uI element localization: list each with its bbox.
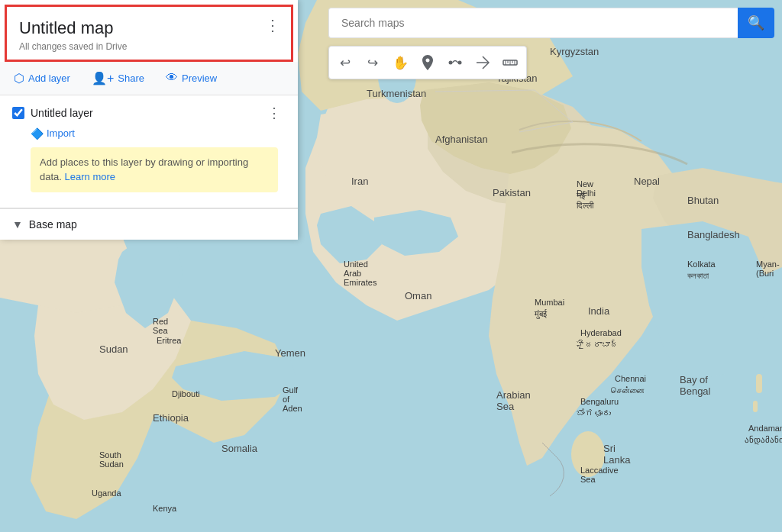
learn-more-link[interactable]: Learn more: [65, 171, 115, 182]
add-marker-button[interactable]: [415, 50, 441, 76]
svg-point-11: [571, 431, 605, 477]
import-label: Import: [47, 127, 75, 139]
map-subtitle: All changes saved in Drive: [19, 41, 279, 52]
preview-button[interactable]: 👁 Preview: [161, 68, 221, 88]
search-icon: 🔍: [748, 15, 764, 31]
toolbar-row: ⬡ Add layer 👤+ Share 👁 Preview: [0, 62, 298, 95]
chevron-down-icon: ▼: [12, 218, 23, 231]
pan-button[interactable]: ✋: [387, 50, 413, 76]
layer-title-row: Untitled layer: [12, 107, 93, 119]
undo-button[interactable]: ↩: [332, 50, 358, 76]
redo-button[interactable]: ↪: [360, 50, 386, 76]
layer-name: Untitled layer: [31, 107, 93, 119]
layer-menu-button[interactable]: ⋮: [263, 103, 286, 123]
preview-label: Preview: [182, 73, 217, 84]
svg-point-25: [458, 61, 462, 65]
preview-icon: 👁: [166, 71, 178, 85]
layer-item: Untitled layer ⋮ 🔷 Import Add places to …: [0, 95, 298, 208]
share-label: Share: [118, 73, 144, 84]
svg-rect-13: [753, 401, 758, 412]
import-icon: 🔷: [31, 127, 44, 140]
search-input[interactable]: [328, 8, 738, 38]
add-layer-icon: ⬡: [14, 71, 24, 85]
directions-button[interactable]: [470, 50, 496, 76]
layer-checkbox[interactable]: [12, 107, 24, 119]
map-menu-button[interactable]: ⋮: [262, 15, 283, 36]
search-button[interactable]: 🔍: [738, 8, 774, 38]
basemap-section[interactable]: ▼ Base map: [0, 208, 298, 240]
layer-header: Untitled layer ⋮: [12, 103, 286, 123]
layers-section: Untitled layer ⋮ 🔷 Import Add places to …: [0, 95, 298, 240]
draw-line-button[interactable]: [442, 50, 468, 76]
svg-point-24: [449, 61, 453, 65]
sidebar: Untitled map All changes saved in Drive …: [0, 0, 298, 240]
map-header: Untitled map All changes saved in Drive …: [5, 5, 293, 62]
search-bar: 🔍: [328, 8, 774, 38]
learn-more-label: Learn more: [65, 171, 115, 182]
share-icon: 👤+: [92, 71, 114, 85]
import-link[interactable]: 🔷 Import: [31, 127, 286, 140]
info-box: Add places to this layer by drawing or i…: [31, 147, 278, 192]
basemap-label: Base map: [29, 218, 77, 231]
measure-button[interactable]: [497, 50, 523, 76]
svg-rect-12: [756, 374, 762, 393]
add-layer-label: Add layer: [28, 73, 70, 84]
map-title: Untitled map: [19, 18, 279, 40]
share-button[interactable]: 👤+ Share: [87, 68, 149, 89]
map-tools-toolbar: ↩ ↪ ✋: [328, 46, 527, 79]
add-layer-button[interactable]: ⬡ Add layer: [9, 68, 75, 89]
